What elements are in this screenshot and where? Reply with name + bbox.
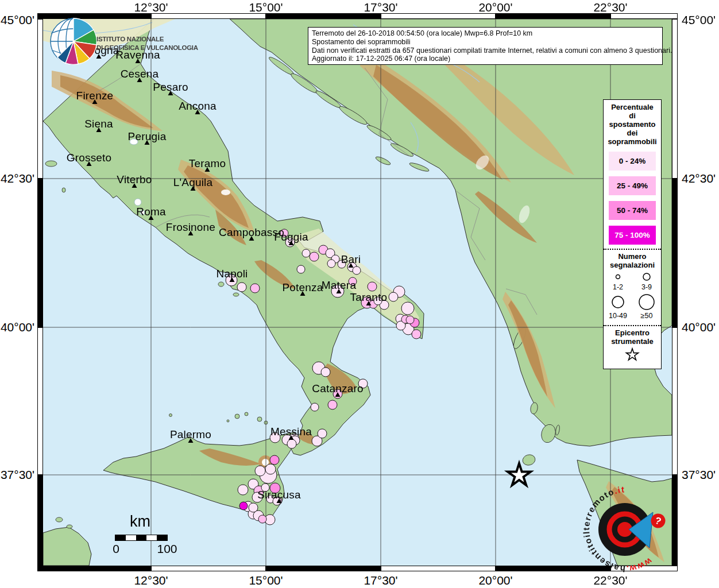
title-line-event: Terremoto del 26-10-2018 00:54:50 (ora l…: [312, 29, 659, 38]
title-box: Terremoto del 26-10-2018 00:54:50 (ora l…: [308, 27, 663, 65]
intensity-point: [321, 368, 330, 377]
scalebar-start: 0: [113, 542, 119, 556]
intensity-point: [255, 466, 265, 476]
axis-label-top: 20°00': [478, 1, 512, 14]
legend-class-swatch: 50 - 74%: [609, 201, 656, 220]
frame-left-segment: [37, 179, 43, 327]
city-label-ancona: Ancona: [179, 100, 217, 113]
axis-label-top: 22°30': [593, 1, 627, 14]
haisentitoilterremoto-logo: www.haisentitoilterremoto.it ?: [574, 472, 689, 581]
scalebar-end: 100: [157, 542, 177, 556]
city-label-messina: Messina: [270, 425, 312, 438]
intensity-point: [302, 249, 310, 257]
scalebar: [115, 535, 168, 541]
frame-bottom-segment: [381, 566, 496, 571]
axis-label-left: 42°30': [0, 172, 34, 185]
legend-title-line: soprammobili: [604, 137, 661, 146]
city-label-viterbo: Viterbo: [117, 173, 152, 186]
legend-count-title: Numerosegnalazioni: [604, 249, 661, 269]
legend-count-class: 3-9: [632, 270, 661, 292]
legend-title-line: strumentale: [604, 337, 661, 346]
intensity-point: [287, 439, 296, 448]
intensity-point: [265, 464, 276, 474]
legend-epicenter-title: Epicentrostrumentale: [604, 325, 661, 346]
legend-count-symbols: 1-23-910-49≥50: [604, 270, 661, 321]
legend-class-swatch: 25 - 49%: [609, 176, 656, 195]
city-label-bari: Bari: [341, 253, 361, 266]
legend-count-class: ≥50: [632, 292, 661, 321]
legend-title-line: spostamento: [604, 120, 661, 129]
city-label-napoli: Napoli: [216, 268, 248, 280]
city-label-catanzaro: Catanzaro: [312, 382, 363, 395]
intensity-point: [297, 265, 305, 273]
ingv-text-line2: DI GEOFISICA E VULCANOLOGIA: [96, 44, 198, 52]
city-label-foggia: Foggia: [274, 231, 308, 243]
axis-label-bottom: 17°30': [364, 574, 397, 587]
intensity-point: [238, 485, 248, 495]
frame-bottom-segment: [37, 566, 151, 571]
scalebar-segment: [146, 535, 157, 540]
frame-right-segment: [672, 19, 678, 179]
legend-percent-title: Percentualedispostamentodeisoprammobili: [604, 100, 661, 146]
axis-label-top: 17°30': [364, 1, 397, 14]
legend-count-label: 1-2: [604, 284, 632, 291]
city-label-potenza: Potenza: [282, 281, 323, 294]
frame-right-segment: [672, 179, 678, 327]
intensity-point: [406, 316, 414, 324]
title-line-updated: Aggiornato il: 17-12-2025 06:47 (ora loc…: [312, 55, 659, 63]
intensity-point: [353, 266, 361, 274]
city-label-palermo: Palermo: [170, 428, 211, 441]
city-label-frosinone: Frosinone: [166, 221, 215, 234]
axis-label-left: 37°30': [0, 468, 34, 482]
epicenter-star-icon: [604, 346, 661, 365]
scalebar-segment: [136, 535, 146, 540]
frame-left-segment: [37, 327, 43, 475]
legend-title-line: dei: [604, 129, 661, 137]
legend-title-line: segnalazioni: [604, 261, 661, 269]
intensity-point: [310, 252, 319, 261]
legend-count-label: 10-49: [604, 312, 632, 320]
intensity-point: [368, 282, 377, 291]
axis-label-left: 45°00': [0, 13, 34, 27]
scalebar-segment: [157, 535, 167, 540]
axis-label-top: 12°30': [134, 1, 168, 14]
legend-title-line: Numero: [604, 252, 661, 261]
legend-count-class: 1-2: [604, 270, 632, 292]
legend-count-label: 3-9: [632, 284, 661, 291]
legend-count-class: 10-49: [604, 292, 632, 321]
legend-title-line: Percentuale: [604, 103, 661, 111]
ingv-logo: [48, 17, 99, 65]
title-line-source: Dati non verificati estratti da 657 ques…: [312, 47, 659, 55]
legend: Percentualedispostamentodeisoprammobili …: [603, 99, 662, 369]
intensity-point: [401, 302, 414, 315]
axis-label-bottom: 12°30': [134, 574, 168, 587]
axis-label-right: 40°00': [682, 320, 716, 334]
axis-label-right: 42°30': [682, 172, 716, 185]
city-label-roma: Roma: [136, 206, 165, 218]
legend-percent-swatches: 0 - 24%25 - 49%50 - 74%75 - 100%: [604, 152, 661, 245]
ingv-text-line1: ISTITUTO NAZIONALE: [96, 35, 198, 44]
city-label-siracusa: Siracusa: [257, 489, 301, 501]
intensity-point: [412, 330, 421, 339]
legend-class-swatch: 75 - 100%: [609, 226, 656, 245]
city-label-firenze: Firenze: [76, 90, 114, 102]
city-label-teramo: Teramo: [189, 157, 226, 170]
intensity-point: [258, 515, 266, 523]
scalebar-segment: [115, 535, 126, 540]
city-label-grosseto: Grosseto: [67, 152, 112, 164]
intensity-point: [250, 284, 260, 293]
intensity-point: [311, 403, 319, 411]
axis-label-bottom: 20°00': [478, 574, 512, 587]
intensity-point: [239, 502, 248, 510]
city-label-cesena: Cesena: [121, 68, 159, 80]
axis-label-left: 40°00': [0, 320, 34, 334]
city-label-perugia: Perugia: [128, 130, 167, 143]
frame-left-segment: [37, 19, 43, 179]
intensity-point: [389, 292, 398, 301]
title-line-effect: Spostamento dei soprammobili: [312, 38, 659, 47]
frame-bottom-segment: [151, 566, 266, 571]
frame-left-segment: [37, 475, 43, 566]
intensity-point: [318, 429, 327, 438]
intensity-point: [270, 455, 279, 465]
intensity-point: [327, 260, 335, 268]
